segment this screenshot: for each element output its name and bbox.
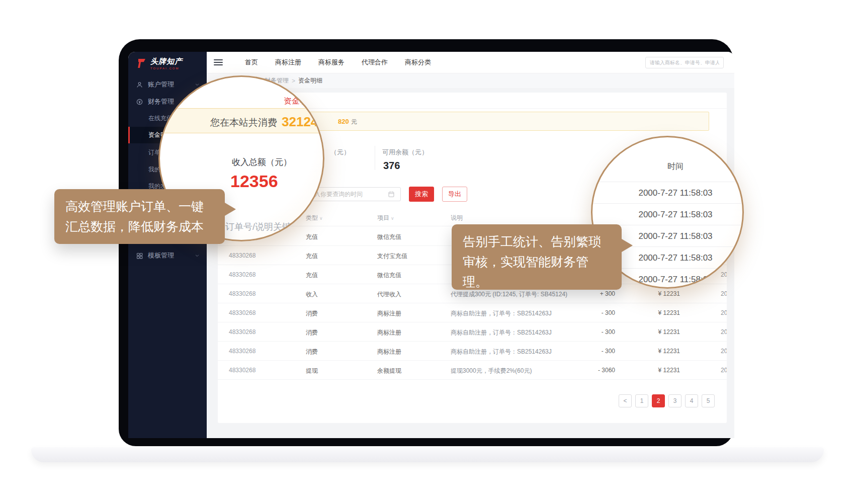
- cell-project: 代理收入: [377, 290, 401, 299]
- breadcrumb-separator: >: [292, 77, 295, 85]
- magnified-time-header: 时间: [592, 161, 744, 172]
- pagination-page-3[interactable]: 3: [668, 394, 681, 407]
- callout-text-line: 告别手工统计、告别繁琐: [463, 231, 611, 251]
- cell-balance: ¥ 12231: [658, 348, 680, 355]
- top-nav: 首页 商标注册 商标服务 代理合作 商标分类: [245, 58, 431, 67]
- cell-amount: - 300: [602, 328, 615, 335]
- cell-order: 48330268: [229, 271, 255, 278]
- callout-right: 告别手工统计、告别繁琐 审核，实现智能财务管 理。: [452, 224, 622, 290]
- export-button[interactable]: 导出: [442, 187, 467, 202]
- nav-item-home[interactable]: 首页: [245, 58, 258, 67]
- pagination-prev-button[interactable]: <: [619, 394, 632, 407]
- nav-item-trademark-register[interactable]: 商标注册: [275, 58, 301, 67]
- column-header-project[interactable]: 项目∨: [377, 214, 394, 222]
- nav-item-trademark-category[interactable]: 商标分类: [405, 58, 431, 67]
- table-row: 48330268 消费 商标注册 商标自助注册，订单号：SB2514263J -…: [218, 342, 727, 361]
- sidebar-item-label: 财务管理: [148, 97, 174, 106]
- pagination-page-4[interactable]: 4: [685, 394, 698, 407]
- template-grid-icon: [136, 252, 143, 260]
- column-header-type[interactable]: 类型∨: [306, 214, 323, 222]
- magnified-banner: 您在本站共消费 32124: [160, 108, 324, 133]
- cell-time: 2000-7-27 11:58:03: [721, 367, 727, 374]
- cell-order: 48330268: [229, 290, 255, 297]
- cell-balance: ¥ 12231: [658, 309, 680, 316]
- pagination: < 1 2 3 4 5: [619, 394, 715, 407]
- brand-flag-icon: [135, 57, 147, 69]
- sort-caret-icon: ∨: [391, 216, 394, 221]
- stage: 头牌知产 TOUPAI.COM 账户管理: [0, 0, 853, 504]
- cell-project: 微信充值: [377, 233, 401, 241]
- cell-type: 充值: [306, 252, 318, 261]
- pagination-page-1[interactable]: 1: [635, 394, 648, 407]
- chevron-down-icon: [195, 253, 200, 258]
- cell-order: 48330268: [229, 367, 255, 374]
- breadcrumb: 个人中心 > 财务管理 > 资金明细: [207, 73, 734, 88]
- topbar: 首页 商标注册 商标服务 代理合作 商标分类: [207, 52, 734, 73]
- cell-amount: - 300: [602, 309, 615, 316]
- user-icon: [136, 81, 143, 89]
- cell-desc: 商标自助注册，订单号：SB2514263J: [451, 348, 552, 356]
- cell-time: 2000-7-27 11:58:03: [721, 290, 727, 297]
- cell-project: 支付宝充值: [377, 252, 407, 261]
- table-row: 48330268 消费 商标注册 商标自助注册，订单号：SB2514263J -…: [218, 322, 727, 342]
- cell-type: 消费: [306, 328, 318, 337]
- cell-time: 2000-7-27 11:58:03: [721, 309, 727, 316]
- cell-time: 2000-7-27 11:58:03: [721, 271, 727, 278]
- stat-divider: [375, 146, 375, 170]
- laptop-base: [31, 447, 824, 462]
- sort-caret-icon: ∨: [319, 216, 323, 221]
- cell-project: 余额提现: [377, 367, 401, 375]
- cell-type: 消费: [306, 309, 318, 318]
- cell-order: 48330268: [229, 309, 255, 316]
- cell-balance: ¥ 12231: [658, 367, 680, 374]
- pagination-page-5[interactable]: 5: [702, 394, 715, 407]
- breadcrumb-current: 资金明细: [298, 76, 322, 85]
- magnified-time-row: 2000-7-27 11:58:03: [592, 203, 744, 225]
- calendar-icon[interactable]: [388, 191, 395, 198]
- callout-text-line: 理。: [463, 272, 611, 292]
- cell-order: 48330268: [229, 252, 255, 259]
- cell-type: 充值: [306, 271, 318, 280]
- callout-text-line: 审核，实现智能财务管: [463, 251, 611, 272]
- cell-type: 提现: [306, 367, 318, 375]
- brand-title: 头牌知产: [150, 57, 183, 66]
- cell-type: 收入: [306, 290, 318, 299]
- callout-left: 高效管理账户订单、一键 汇总数据，降低财务成本: [54, 189, 225, 244]
- table-row: 48330268 消费 商标注册 商标自助注册，订单号：SB2514263J -…: [218, 303, 727, 322]
- hamburger-menu-icon[interactable]: [214, 59, 223, 65]
- brand-subtitle: TOUPAI.COM: [150, 67, 183, 70]
- nav-item-trademark-service[interactable]: 商标服务: [318, 58, 345, 67]
- chevron-down-icon: [195, 82, 200, 87]
- callout-text-line: 汇总数据，降低财务成本: [65, 216, 214, 236]
- cell-project: 商标注册: [377, 348, 401, 356]
- magnified-time-row: 2000-7-27 11:58:03: [592, 182, 744, 203]
- sidebar-item-label: 模板管理: [148, 251, 174, 260]
- magnified-income-value: 12356: [230, 172, 278, 191]
- magnified-banner-prefix: 您在本站共消费: [210, 116, 277, 129]
- search-button[interactable]: 搜索: [409, 187, 434, 202]
- brand-logo: 头牌知产 TOUPAI.COM: [135, 57, 183, 70]
- cell-time: 2000-7-27 11:58:03: [721, 328, 727, 335]
- sidebar-item-label: 账户管理: [148, 80, 174, 89]
- cell-type: 消费: [306, 348, 318, 356]
- sidebar-item-template[interactable]: 模板管理: [128, 247, 207, 264]
- trademark-search-input[interactable]: [645, 57, 724, 68]
- column-header-desc: 说明: [451, 214, 463, 222]
- cell-order: 48330268: [229, 328, 255, 335]
- cell-type: 充值: [306, 233, 318, 241]
- cell-time: 2000-7-27 11:58:03: [721, 348, 727, 355]
- nav-item-agency[interactable]: 代理合作: [362, 58, 388, 67]
- cell-project: 商标注册: [377, 309, 401, 318]
- table-row: 48330268 提现 余额提现 提现3000元，手续费2%(60元) - 30…: [218, 361, 727, 380]
- cell-balance: ¥ 12231: [658, 290, 680, 297]
- cell-project: 微信充值: [377, 271, 401, 280]
- cell-desc: 商标自助注册，订单号：SB2514263J: [451, 309, 552, 318]
- cell-project: 商标注册: [377, 328, 401, 337]
- stat-balance-label: 可用余额（元）: [382, 148, 428, 157]
- finance-coin-icon: [136, 98, 143, 106]
- cell-amount: - 300: [602, 348, 615, 355]
- magnified-income-label: 收入总额（元）: [232, 156, 292, 168]
- pagination-page-2-active[interactable]: 2: [652, 394, 665, 407]
- magnified-banner-value: 32124: [282, 114, 318, 130]
- callout-pointer-icon: [225, 203, 236, 216]
